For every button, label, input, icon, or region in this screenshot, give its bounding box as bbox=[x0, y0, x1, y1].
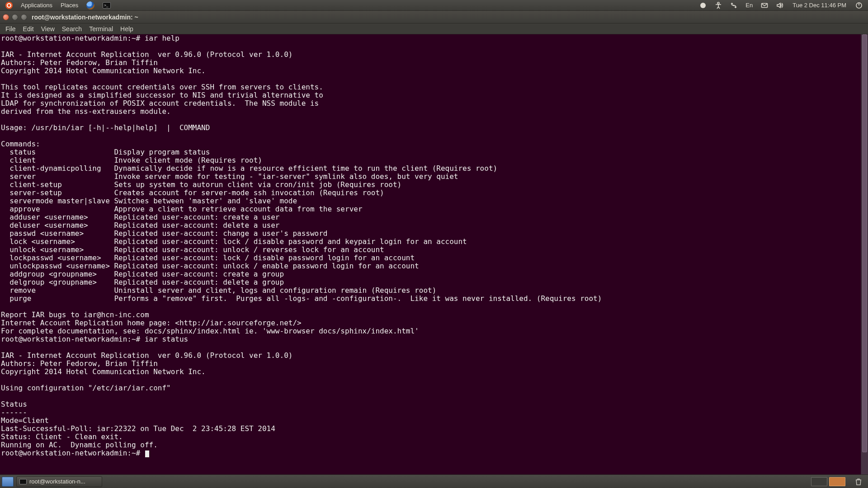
places-menu-label: Places bbox=[61, 2, 78, 9]
terminal-launcher[interactable]: >_ bbox=[99, 0, 114, 10]
window-titlebar[interactable]: root@workstation-networkadmin: ~ bbox=[0, 11, 868, 23]
trash-button[interactable] bbox=[851, 477, 866, 487]
applications-menu-label: Applications bbox=[21, 2, 52, 9]
scrollbar-thumb[interactable] bbox=[862, 34, 867, 452]
main-menu-button[interactable] bbox=[2, 0, 16, 10]
terminal-icon: >_ bbox=[103, 2, 111, 9]
menu-edit-label: Edit bbox=[23, 25, 34, 33]
keyboard-indicator[interactable]: En bbox=[742, 0, 756, 10]
svg-point-1 bbox=[717, 2, 719, 4]
menu-view[interactable]: View bbox=[38, 24, 58, 33]
terminal-scrollbar[interactable] bbox=[861, 34, 868, 474]
window-title: root@workstation-networkadmin: ~ bbox=[32, 14, 138, 21]
workspace-switcher bbox=[811, 477, 845, 486]
trash-icon bbox=[854, 478, 863, 486]
terminal[interactable]: root@workstation-networkadmin:~# iar hel… bbox=[0, 34, 861, 474]
a11y-icon bbox=[715, 2, 722, 9]
taskbar-item-label: root@workstation-n... bbox=[29, 478, 85, 485]
terminal-text: root@workstation-networkadmin:~# iar hel… bbox=[1, 34, 602, 457]
mail-indicator[interactable] bbox=[757, 0, 772, 10]
menu-file[interactable]: File bbox=[2, 24, 19, 33]
a11y-indicator[interactable] bbox=[711, 0, 726, 10]
places-menu[interactable]: Places bbox=[57, 0, 82, 10]
gnome-top-panel: Applications Places >_ En Tue 2 Dec 11:4… bbox=[0, 0, 868, 11]
menu-search[interactable]: Search bbox=[58, 24, 85, 33]
menu-view-label: View bbox=[41, 25, 55, 33]
mail-icon bbox=[761, 2, 768, 9]
menu-search-label: Search bbox=[62, 25, 82, 33]
clock-label: Tue 2 Dec 11:46 PM bbox=[793, 2, 846, 9]
keyboard-lang-label: En bbox=[745, 2, 753, 9]
terminal-menubar: File Edit View Search Terminal Help bbox=[0, 23, 868, 34]
shutdown-menu[interactable] bbox=[852, 0, 866, 10]
volume-indicator[interactable] bbox=[773, 0, 787, 10]
show-desktop-button[interactable] bbox=[2, 477, 14, 487]
ubuntu-logo-icon bbox=[5, 2, 13, 9]
workspace-2[interactable] bbox=[829, 477, 845, 486]
terminal-cursor bbox=[145, 450, 149, 457]
applications-menu[interactable]: Applications bbox=[17, 0, 56, 10]
menu-file-label: File bbox=[5, 25, 16, 33]
window-close-button[interactable] bbox=[3, 14, 9, 20]
volume-icon bbox=[776, 2, 783, 9]
update-indicator[interactable] bbox=[696, 0, 710, 10]
network-icon bbox=[730, 2, 737, 9]
menu-terminal-label: Terminal bbox=[89, 25, 113, 33]
window-minimize-button[interactable] bbox=[12, 14, 18, 20]
terminal-frame: root@workstation-networkadmin:~# iar hel… bbox=[0, 34, 868, 474]
menu-help[interactable]: Help bbox=[117, 24, 137, 33]
taskbar-item-terminal[interactable]: root@workstation-n... bbox=[16, 476, 102, 487]
terminal-output: root@workstation-networkadmin:~# iar hel… bbox=[1, 34, 860, 457]
workspace-1[interactable] bbox=[811, 477, 827, 486]
firefox-launcher[interactable] bbox=[83, 0, 98, 10]
update-icon bbox=[699, 2, 707, 9]
menu-edit[interactable]: Edit bbox=[19, 24, 38, 33]
menu-help-label: Help bbox=[120, 25, 133, 33]
power-icon bbox=[855, 2, 863, 9]
terminal-icon bbox=[19, 479, 27, 484]
firefox-icon bbox=[86, 1, 94, 9]
network-indicator[interactable] bbox=[726, 0, 741, 10]
gnome-bottom-panel: root@workstation-n... bbox=[0, 474, 868, 488]
window-maximize-button[interactable] bbox=[21, 14, 27, 20]
menu-terminal[interactable]: Terminal bbox=[85, 24, 117, 33]
clock-indicator[interactable]: Tue 2 Dec 11:46 PM bbox=[788, 0, 851, 10]
